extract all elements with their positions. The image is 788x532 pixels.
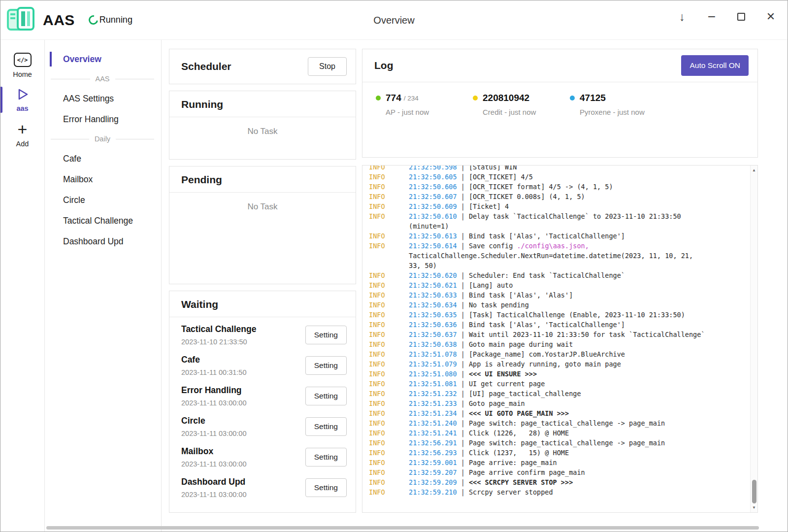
stat-value: 47125 (580, 93, 606, 103)
log-line: INFO21:32:59.001 | Page arrive: page_mai… (369, 458, 746, 467)
close-button[interactable]: ✕ (765, 11, 777, 22)
nav-aas[interactable]: aas (0, 83, 44, 117)
running-title: Running (181, 99, 223, 110)
task-next-run-time: 2023-11-10 21:33:50 (181, 338, 256, 346)
log-vertical-scrollbar[interactable]: ▲ ▼ (750, 166, 757, 512)
divider-line (115, 79, 155, 79)
stat-color-dot-icon (376, 96, 381, 100)
pending-title: Pending (181, 174, 222, 185)
sidebar-item-mailbox[interactable]: Mailbox (45, 169, 161, 190)
pending-card: Pending No Task (169, 166, 356, 284)
minimize-button[interactable]: − (706, 10, 718, 24)
task-name: Tactical Challenge (181, 324, 256, 334)
log-output: INFO21:32:50.598 | [Status] WININFO21:32… (369, 166, 746, 497)
app-logo-icon (6, 6, 35, 34)
log-line: INFO21:32:50.637 | Wait until 2023-11-10… (369, 330, 746, 339)
app-window: AAS Running Overview ↓ − ✕ </> Home aas (0, 0, 788, 532)
stop-button[interactable]: Stop (308, 57, 347, 76)
sidebar-item-label: Overview (63, 54, 101, 65)
task-setting-button[interactable]: Setting (305, 326, 347, 344)
log-line: INFO21:32:50.633 | Bind task ['Alas', 'A… (369, 290, 746, 300)
auto-scroll-toggle[interactable]: Auto Scroll ON (681, 55, 749, 76)
task-name: Error Handling (181, 385, 247, 396)
waiting-task-mailbox: Mailbox 2023-11-11 03:00:00 Setting (181, 442, 347, 472)
pending-empty-text: No Task (169, 193, 356, 212)
sidebar-item-error-handling[interactable]: Error Handling (45, 109, 161, 130)
log-scroll-area[interactable]: INFO21:32:50.598 | [Status] WININFO21:32… (362, 166, 750, 512)
log-line: INFO21:32:51.078 | [Package_name] com.Yo… (369, 349, 746, 359)
scheduler-column: Scheduler Stop Running No Task Pending N… (169, 49, 356, 513)
waiting-task-cafe: Cafe 2023-11-11 00:31:50 Setting (181, 350, 347, 381)
sidebar-item-label: AAS Settings (63, 94, 114, 104)
running-status: Running (99, 15, 132, 25)
divider-line (116, 139, 154, 139)
download-update-icon[interactable]: ↓ (676, 11, 688, 23)
sidebar-item-tactical-challenge[interactable]: Tactical Challenge (45, 210, 161, 231)
resource-stats-row: 774 / 234 AP - just now 220810942 Credit… (362, 82, 757, 116)
running-card: Running No Task (169, 91, 356, 160)
sidebar-item-overview[interactable]: Overview (45, 49, 161, 69)
task-setting-button[interactable]: Setting (305, 387, 347, 405)
log-card-header: Log Auto Scroll ON (362, 49, 757, 82)
maximize-button[interactable] (735, 11, 747, 23)
log-line: INFO21:32:50.634 | No task pending (369, 300, 746, 310)
nav-home[interactable]: </> Home (0, 48, 44, 83)
sidebar-item-dashboard-upd[interactable]: Dashboard Upd (45, 231, 161, 252)
sidebar-item-aas-settings[interactable]: AAS Settings (45, 88, 161, 109)
task-setting-button[interactable]: Setting (305, 417, 347, 436)
stat-color-dot-icon (473, 96, 478, 100)
stat-top-row: 47125 (570, 93, 667, 103)
resource-stat: 220810942 Credit - just now (473, 93, 570, 116)
task-name: Dashboard Upd (181, 477, 247, 487)
nav-aas-label: aas (16, 104, 28, 112)
log-line: INFO21:32:51.240 | Page switch: page_tac… (369, 418, 746, 428)
waiting-card: Waiting Tactical Challenge 2023-11-10 21… (169, 291, 356, 513)
waiting-task-list: Tactical Challenge 2023-11-10 21:33:50 S… (169, 317, 356, 503)
log-line: INFO21:32:50.605 | [OCR_TICKET] 4/5 (369, 172, 746, 182)
task-info: Cafe 2023-11-11 00:31:50 (181, 355, 247, 376)
plus-icon: + (18, 122, 28, 136)
running-empty-text: No Task (169, 117, 356, 136)
scheduler-title: Scheduler (181, 61, 231, 72)
log-line: INFO21:32:51.080 | <<< UI ENSURE >>> (369, 369, 746, 379)
horizontal-scrollbar-thumb[interactable] (46, 526, 759, 530)
stat-value: 220810942 (483, 93, 529, 103)
waiting-task-dashboard-upd: Dashboard Upd 2023-11-11 03:00:00 Settin… (181, 472, 347, 503)
stat-color-dot-icon (570, 96, 575, 100)
log-line: INFO21:32:50.613 | Bind task ['Alas', 'T… (369, 231, 746, 241)
titlebar: AAS Running Overview ↓ − ✕ (0, 0, 788, 40)
resource-stat: 47125 Pyroxene - just now (570, 93, 667, 116)
task-name: Circle (181, 416, 247, 426)
log-line: INFO21:32:50.610 | Delay task `TacticalC… (369, 211, 746, 231)
task-next-run-time: 2023-11-11 03:00:00 (181, 430, 247, 437)
vertical-scrollbar-thumb[interactable] (752, 480, 756, 503)
task-setting-button[interactable]: Setting (305, 478, 347, 497)
log-console: INFO21:32:50.598 | [Status] WININFO21:32… (362, 165, 758, 513)
window-controls: ↓ − ✕ (676, 0, 777, 33)
nav-add-label: Add (16, 140, 29, 148)
log-line: INFO21:32:51.234 | <<< UI GOTO PAGE_MAIN… (369, 408, 746, 418)
nav-add[interactable]: + Add (0, 117, 44, 152)
stat-top-row: 220810942 (473, 93, 570, 103)
scroll-down-arrow-icon[interactable]: ▼ (751, 504, 757, 511)
stat-label: Credit - just now (473, 108, 570, 116)
scroll-up-arrow-icon[interactable]: ▲ (751, 167, 757, 173)
task-name: Mailbox (181, 446, 247, 457)
task-info: Mailbox 2023-11-11 03:00:00 (181, 446, 247, 468)
task-setting-button[interactable]: Setting (305, 448, 347, 466)
log-title: Log (374, 60, 393, 71)
sidebar-section-divider: Daily (45, 130, 161, 148)
app-name: AAS (43, 12, 75, 29)
sidebar-item-circle[interactable]: Circle (45, 190, 161, 210)
sidebar-item-label: Cafe (63, 154, 81, 164)
sidebar-item-cafe[interactable]: Cafe (45, 148, 161, 169)
log-line: INFO21:32:50.607 | [OCR_TICKET 0.008s] (… (369, 192, 746, 201)
sidebar-item-label: Tactical Challenge (63, 216, 133, 226)
resource-stat: 774 / 234 AP - just now (376, 93, 473, 116)
task-setting-button[interactable]: Setting (305, 356, 347, 375)
log-line: INFO21:32:56.291 | Page switch: page_tac… (369, 438, 746, 448)
sidebar-item-label: Circle (63, 195, 85, 205)
log-line: INFO21:32:50.638 | Goto main page during… (369, 339, 746, 349)
task-info: Tactical Challenge 2023-11-10 21:33:50 (181, 324, 256, 346)
task-info: Circle 2023-11-11 03:00:00 (181, 416, 247, 437)
